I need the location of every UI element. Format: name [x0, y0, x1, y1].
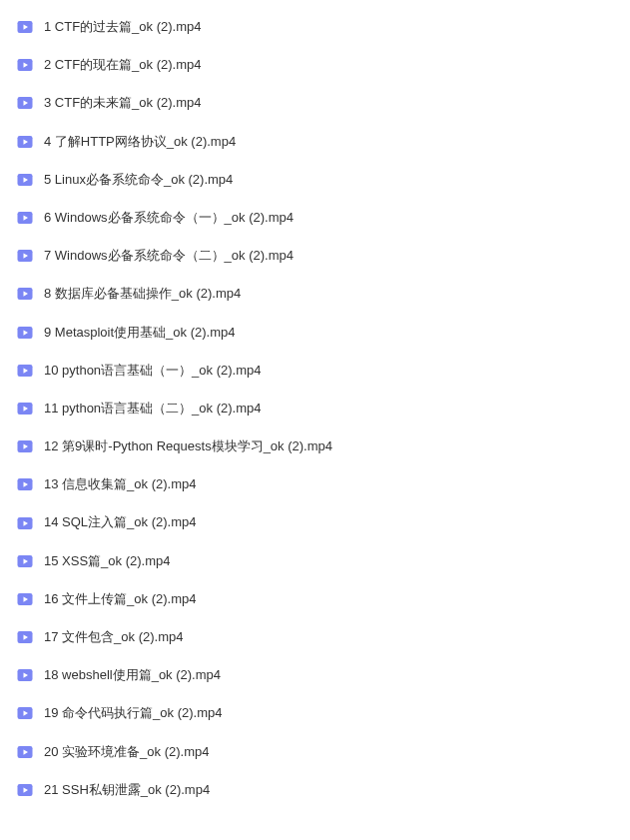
file-item[interactable]: 18 webshell使用篇_ok (2).mp4: [0, 656, 630, 694]
video-file-icon: [16, 743, 34, 761]
video-file-icon: [16, 628, 34, 646]
video-file-icon: [16, 475, 34, 493]
video-file-icon: [16, 171, 34, 189]
video-file-icon: [16, 666, 34, 684]
video-file-icon: [16, 18, 34, 36]
file-item[interactable]: 16 文件上传篇_ok (2).mp4: [0, 580, 630, 618]
file-name: 21 SSH私钥泄露_ok (2).mp4: [44, 781, 210, 799]
file-item[interactable]: 5 Linux必备系统命令_ok (2).mp4: [0, 161, 630, 199]
file-name: 7 Windows必备系统命令（二）_ok (2).mp4: [44, 247, 294, 265]
file-name: 2 CTF的现在篇_ok (2).mp4: [44, 56, 201, 74]
file-name: 9 Metasploit使用基础_ok (2).mp4: [44, 324, 235, 342]
file-name: 16 文件上传篇_ok (2).mp4: [44, 590, 196, 608]
file-item[interactable]: 6 Windows必备系统命令（一）_ok (2).mp4: [0, 199, 630, 237]
video-file-icon: [16, 400, 34, 418]
file-item[interactable]: 19 命令代码执行篇_ok (2).mp4: [0, 694, 630, 732]
file-name: 17 文件包含_ok (2).mp4: [44, 628, 183, 646]
file-item[interactable]: 7 Windows必备系统命令（二）_ok (2).mp4: [0, 237, 630, 275]
file-item[interactable]: 20 实验环境准备_ok (2).mp4: [0, 733, 630, 771]
file-item[interactable]: 9 Metasploit使用基础_ok (2).mp4: [0, 314, 630, 352]
video-file-icon: [16, 285, 34, 303]
file-name: 12 第9课时-Python Requests模块学习_ok (2).mp4: [44, 437, 332, 455]
file-name: 11 python语言基础（二）_ok (2).mp4: [44, 400, 261, 418]
file-name: 5 Linux必备系统命令_ok (2).mp4: [44, 171, 233, 189]
file-name: 14 SQL注入篇_ok (2).mp4: [44, 513, 196, 531]
file-name: 15 XSS篇_ok (2).mp4: [44, 552, 170, 570]
file-name: 10 python语言基础（一）_ok (2).mp4: [44, 362, 261, 380]
file-name: 18 webshell使用篇_ok (2).mp4: [44, 666, 221, 684]
file-item[interactable]: 14 SQL注入篇_ok (2).mp4: [0, 503, 630, 541]
file-item[interactable]: 17 文件包含_ok (2).mp4: [0, 618, 630, 656]
file-name: 13 信息收集篇_ok (2).mp4: [44, 475, 196, 493]
file-item[interactable]: 4 了解HTTP网络协议_ok (2).mp4: [0, 123, 630, 161]
file-item[interactable]: 13 信息收集篇_ok (2).mp4: [0, 465, 630, 503]
file-item[interactable]: 1 CTF的过去篇_ok (2).mp4: [0, 8, 630, 46]
file-name: 20 实验环境准备_ok (2).mp4: [44, 743, 209, 761]
video-file-icon: [16, 590, 34, 608]
video-file-icon: [16, 133, 34, 151]
file-name: 3 CTF的未来篇_ok (2).mp4: [44, 94, 201, 112]
file-name: 6 Windows必备系统命令（一）_ok (2).mp4: [44, 209, 294, 227]
file-item[interactable]: 21 SSH私钥泄露_ok (2).mp4: [0, 771, 630, 809]
file-name: 1 CTF的过去篇_ok (2).mp4: [44, 18, 201, 36]
file-item[interactable]: 8 数据库必备基础操作_ok (2).mp4: [0, 275, 630, 313]
video-file-icon: [16, 514, 34, 532]
video-file-icon: [16, 56, 34, 74]
file-item[interactable]: 10 python语言基础（一）_ok (2).mp4: [0, 352, 630, 390]
file-name: 8 数据库必备基础操作_ok (2).mp4: [44, 285, 241, 303]
file-name: 4 了解HTTP网络协议_ok (2).mp4: [44, 133, 236, 151]
video-file-icon: [16, 704, 34, 722]
video-file-icon: [16, 324, 34, 342]
video-file-icon: [16, 247, 34, 265]
video-file-icon: [16, 437, 34, 455]
video-file-icon: [16, 552, 34, 570]
file-item[interactable]: 2 CTF的现在篇_ok (2).mp4: [0, 46, 630, 84]
file-item[interactable]: 3 CTF的未来篇_ok (2).mp4: [0, 84, 630, 122]
file-item[interactable]: 11 python语言基础（二）_ok (2).mp4: [0, 390, 630, 427]
video-file-icon: [16, 94, 34, 112]
file-item[interactable]: 15 XSS篇_ok (2).mp4: [0, 542, 630, 580]
file-item[interactable]: 12 第9课时-Python Requests模块学习_ok (2).mp4: [0, 427, 630, 465]
video-file-icon: [16, 209, 34, 227]
video-file-icon: [16, 362, 34, 380]
video-file-icon: [16, 781, 34, 799]
file-name: 19 命令代码执行篇_ok (2).mp4: [44, 704, 222, 722]
file-list: 1 CTF的过去篇_ok (2).mp42 CTF的现在篇_ok (2).mp4…: [0, 8, 630, 809]
